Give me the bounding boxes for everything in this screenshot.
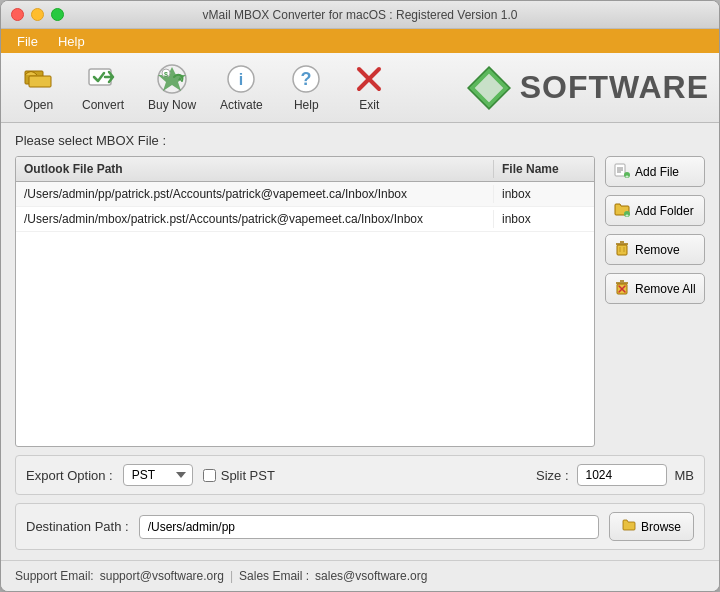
file-table-area: Outlook File Path File Name /Users/admin… bbox=[15, 156, 705, 447]
add-folder-label: Add Folder bbox=[635, 204, 694, 218]
add-file-label: Add File bbox=[635, 165, 679, 179]
remove-label: Remove bbox=[635, 243, 680, 257]
remove-all-icon bbox=[614, 279, 630, 298]
remove-all-button[interactable]: Remove All bbox=[605, 273, 705, 304]
split-pst-label: Split PST bbox=[221, 468, 275, 483]
remove-icon bbox=[614, 240, 630, 259]
open-icon bbox=[23, 63, 55, 95]
help-button[interactable]: ? Help bbox=[279, 59, 334, 116]
buy-label: Buy Now bbox=[148, 98, 196, 112]
footer: Support Email: support@vsoftware.org | S… bbox=[1, 560, 719, 591]
destination-input[interactable] bbox=[139, 515, 599, 539]
svg-text:$: $ bbox=[164, 71, 168, 79]
window-controls bbox=[11, 8, 64, 21]
split-pst-checkbox[interactable] bbox=[203, 469, 216, 482]
svg-text:+: + bbox=[625, 212, 629, 217]
activate-icon: i bbox=[225, 63, 257, 95]
minimize-button[interactable] bbox=[31, 8, 44, 21]
browse-icon bbox=[622, 518, 636, 535]
open-label: Open bbox=[24, 98, 53, 112]
close-button[interactable] bbox=[11, 8, 24, 21]
size-group: Size : MB bbox=[536, 464, 694, 486]
table-body[interactable]: /Users/admin/pp/patrick.pst/Accounts/pat… bbox=[16, 182, 594, 446]
remove-all-label: Remove All bbox=[635, 282, 696, 296]
help-label: Help bbox=[294, 98, 319, 112]
logo-text: SOFTWARE bbox=[520, 69, 709, 106]
help-icon: ? bbox=[290, 63, 322, 95]
main-content: Please select MBOX File : Outlook File P… bbox=[1, 123, 719, 560]
footer-divider: | bbox=[230, 569, 233, 583]
exit-icon bbox=[353, 63, 385, 95]
sales-email-value: sales@vsoftware.org bbox=[315, 569, 427, 583]
svg-text:+: + bbox=[625, 173, 629, 178]
convert-icon bbox=[87, 63, 119, 95]
destination-label: Destination Path : bbox=[26, 519, 129, 534]
convert-label: Convert bbox=[82, 98, 124, 112]
convert-button[interactable]: Convert bbox=[74, 59, 132, 116]
browse-label: Browse bbox=[641, 520, 681, 534]
export-row: Export Option : PST MSG EML PDF HTML Spl… bbox=[15, 455, 705, 495]
svg-text:?: ? bbox=[301, 69, 312, 89]
row-path-0: /Users/admin/pp/patrick.pst/Accounts/pat… bbox=[16, 185, 494, 203]
logo-area: SOFTWARE bbox=[464, 63, 709, 113]
add-file-icon: + bbox=[614, 162, 630, 181]
file-buttons: + Add File + Add Folder bbox=[605, 156, 705, 447]
open-button[interactable]: Open bbox=[11, 59, 66, 116]
title-bar: vMail MBOX Converter for macOS : Registe… bbox=[1, 1, 719, 29]
maximize-button[interactable] bbox=[51, 8, 64, 21]
size-label: Size : bbox=[536, 468, 569, 483]
svg-rect-24 bbox=[617, 245, 627, 255]
col-path-header: Outlook File Path bbox=[16, 160, 494, 178]
table-row[interactable]: /Users/admin/pp/patrick.pst/Accounts/pat… bbox=[16, 182, 594, 207]
main-window: vMail MBOX Converter for macOS : Registe… bbox=[0, 0, 720, 592]
size-input[interactable] bbox=[577, 464, 667, 486]
support-email-label: Support Email: bbox=[15, 569, 94, 583]
menu-bar: File Help bbox=[1, 29, 719, 53]
window-title: vMail MBOX Converter for macOS : Registe… bbox=[203, 8, 518, 22]
export-option-label: Export Option : bbox=[26, 468, 113, 483]
add-folder-icon: + bbox=[614, 201, 630, 220]
table-header: Outlook File Path File Name bbox=[16, 157, 594, 182]
diamond-logo bbox=[464, 63, 514, 113]
add-folder-button[interactable]: + Add Folder bbox=[605, 195, 705, 226]
exit-button[interactable]: Exit bbox=[342, 59, 397, 116]
svg-rect-1 bbox=[29, 76, 51, 87]
browse-button[interactable]: Browse bbox=[609, 512, 694, 541]
row-path-1: /Users/admin/mbox/patrick.pst/Accounts/p… bbox=[16, 210, 494, 228]
add-file-button[interactable]: + Add File bbox=[605, 156, 705, 187]
table-row[interactable]: /Users/admin/mbox/patrick.pst/Accounts/p… bbox=[16, 207, 594, 232]
split-pst-checkbox-label[interactable]: Split PST bbox=[203, 468, 275, 483]
remove-button[interactable]: Remove bbox=[605, 234, 705, 265]
svg-text:i: i bbox=[239, 71, 243, 88]
menu-help[interactable]: Help bbox=[50, 32, 93, 51]
row-filename-1: inbox bbox=[494, 210, 594, 228]
sales-email-label: Sales Email : bbox=[239, 569, 309, 583]
destination-row: Destination Path : Browse bbox=[15, 503, 705, 550]
export-select[interactable]: PST MSG EML PDF HTML bbox=[123, 464, 193, 486]
exit-label: Exit bbox=[359, 98, 379, 112]
toolbar: Open Convert $ bbox=[1, 53, 719, 123]
select-label: Please select MBOX File : bbox=[15, 133, 705, 148]
activate-button[interactable]: i Activate bbox=[212, 59, 271, 116]
row-filename-0: inbox bbox=[494, 185, 594, 203]
file-table: Outlook File Path File Name /Users/admin… bbox=[15, 156, 595, 447]
menu-file[interactable]: File bbox=[9, 32, 46, 51]
buy-now-button[interactable]: $ Buy Now bbox=[140, 59, 204, 116]
activate-label: Activate bbox=[220, 98, 263, 112]
support-email-value: support@vsoftware.org bbox=[100, 569, 224, 583]
buy-icon: $ bbox=[156, 63, 188, 95]
mb-label: MB bbox=[675, 468, 695, 483]
col-filename-header: File Name bbox=[494, 160, 594, 178]
